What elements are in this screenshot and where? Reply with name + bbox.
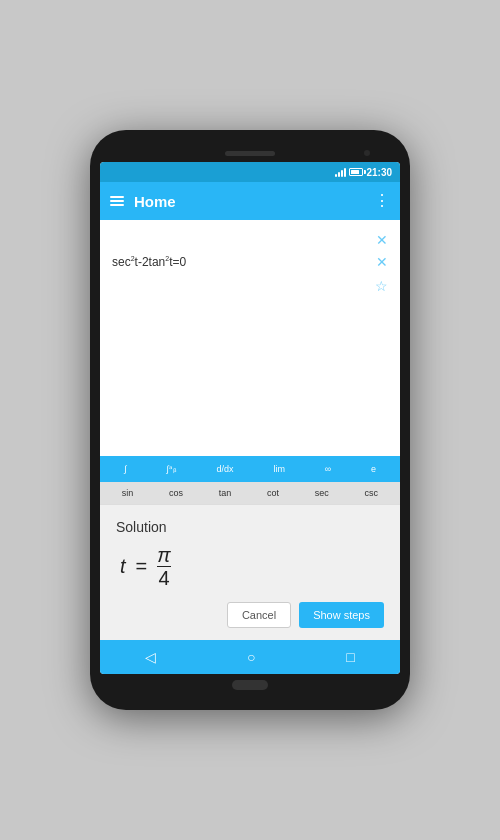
physical-home-button: [232, 680, 268, 690]
equation-text: sec2t-2tan2t=0: [112, 255, 186, 269]
speaker: [225, 151, 275, 156]
status-icons: 21:30: [335, 167, 392, 178]
status-time: 21:30: [366, 167, 392, 178]
equation-row-empty: ✕: [112, 230, 388, 250]
close-equation-icon[interactable]: ✕: [376, 254, 388, 270]
keyboard-toolbar: ∫ ∫ᵃᵦ d/dx lim ∞ e: [100, 456, 400, 482]
toolbar-limit[interactable]: lim: [269, 462, 289, 476]
content-area: ✕ sec2t-2tan2t=0 ✕ ☆ ∫ ∫ᵃᵦ d/dx lim: [100, 220, 400, 640]
back-button[interactable]: ◁: [145, 649, 156, 665]
more-options-button[interactable]: ⋮: [374, 193, 390, 209]
app-bar: Home ⋮: [100, 182, 400, 220]
cancel-button[interactable]: Cancel: [227, 602, 291, 628]
key-sec[interactable]: sec: [315, 488, 329, 498]
phone-screen: 21:30 Home ⋮ ✕ sec2t-2tan2t=0: [100, 162, 400, 674]
math-numerator: π: [157, 545, 170, 565]
equation-row-main: sec2t-2tan2t=0 ✕: [112, 250, 388, 274]
math-equals: =: [136, 555, 148, 578]
toolbar-integral[interactable]: ∫: [120, 462, 130, 476]
home-button[interactable]: ○: [247, 649, 255, 665]
close-empty-icon[interactable]: ✕: [376, 232, 388, 248]
nav-bar: ◁ ○ □: [100, 640, 400, 674]
key-cot[interactable]: cot: [267, 488, 279, 498]
math-denominator: 4: [158, 568, 169, 588]
camera: [364, 150, 370, 156]
key-csc[interactable]: csc: [365, 488, 379, 498]
equation-area: ✕ sec2t-2tan2t=0 ✕ ☆: [100, 220, 400, 456]
solution-title: Solution: [116, 519, 384, 535]
signal-icon: [335, 167, 346, 177]
phone-top: [100, 144, 400, 162]
battery-icon: [349, 168, 363, 176]
math-variable: t: [120, 555, 126, 578]
key-sin[interactable]: sin: [122, 488, 134, 498]
toolbar-infinity[interactable]: ∞: [321, 462, 335, 476]
recent-apps-button[interactable]: □: [346, 649, 354, 665]
favorite-icon[interactable]: ☆: [375, 278, 388, 294]
equation-row-star: ☆: [112, 274, 388, 298]
app-title: Home: [134, 193, 176, 210]
toolbar-derivative[interactable]: d/dx: [213, 462, 238, 476]
status-bar: 21:30: [100, 162, 400, 182]
phone-bottom: [100, 674, 400, 696]
show-steps-button[interactable]: Show steps: [299, 602, 384, 628]
menu-button[interactable]: [110, 196, 124, 206]
app-bar-left: Home: [110, 193, 176, 210]
solution-math: t = π 4: [116, 545, 384, 589]
toolbar-euler[interactable]: e: [367, 462, 380, 476]
math-fraction: π 4: [157, 545, 170, 589]
solution-buttons: Cancel Show steps: [116, 602, 384, 628]
phone-frame: 21:30 Home ⋮ ✕ sec2t-2tan2t=0: [90, 130, 410, 710]
key-tan[interactable]: tan: [219, 488, 232, 498]
key-cos[interactable]: cos: [169, 488, 183, 498]
solution-panel: Solution t = π 4 Cancel Show steps: [100, 504, 400, 641]
toolbar-definite-integral[interactable]: ∫ᵃᵦ: [162, 462, 180, 476]
keyboard-trig-row: sin cos tan cot sec csc: [100, 482, 400, 504]
